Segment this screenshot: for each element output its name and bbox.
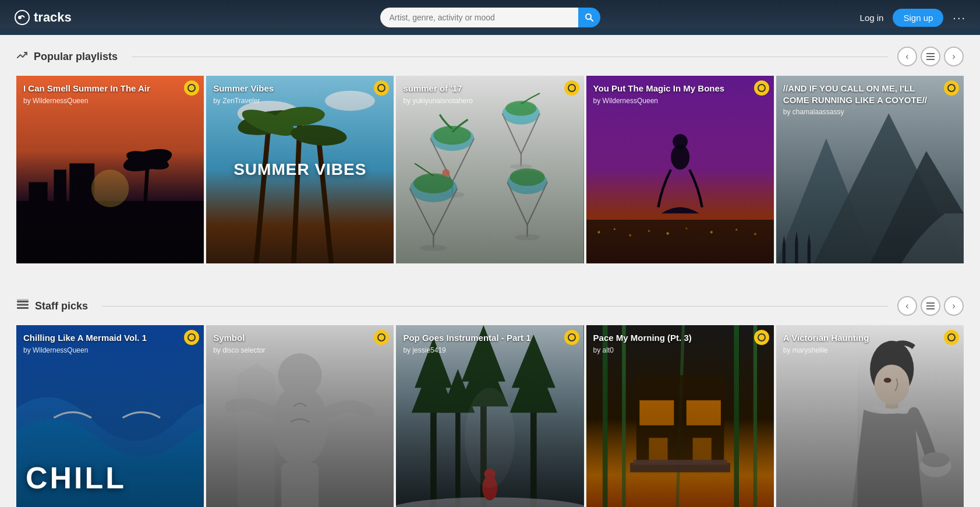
popular-playlists-header: Popular playlists ‹ › <box>16 47 964 66</box>
staff-picks-card-2[interactable]: Symbol by disco selector <box>206 325 394 507</box>
staff-picks-section: Staff picks ‹ › <box>16 296 964 507</box>
popular-card-1-title: I Can Smell Summer In The Air <box>23 83 183 94</box>
popular-card-5-info: //AND IF YOU CALL ON ME, I'LL COME RUNNI… <box>783 83 943 116</box>
staff-picks-divider <box>102 306 888 307</box>
staff-picks-card-1[interactable]: CHILL Chilling Like A Mermaid Vol. 1 by … <box>16 325 204 507</box>
svg-line-3 <box>590 19 593 21</box>
summer-vibes-text: SUMMER VIBES <box>233 160 366 179</box>
popular-card-4-info: You Put The Magic In My Bones by Wildern… <box>593 83 753 105</box>
staff-card-5-author: by maryshellie <box>783 346 943 354</box>
staff-card-5-title: A Victorian Haunting <box>783 332 943 344</box>
staff-card-4-author: by alt0 <box>593 346 753 354</box>
popular-playlists-section: Popular playlists ‹ › <box>16 47 964 263</box>
popular-card-5-title: //AND IF YOU CALL ON ME, I'LL COME RUNNI… <box>783 83 943 105</box>
staff-card-4-info: Pace My Morning (Pt. 3) by alt0 <box>593 332 753 354</box>
staff-card-3-title: Pop Goes Instrumental - Part 1 <box>403 332 562 344</box>
popular-card-4-title: You Put The Magic In My Bones <box>593 83 753 94</box>
popular-playlist-card-2[interactable]: SUMMER VIBES Summer Vibes by ZenTraveler <box>206 76 394 263</box>
chill-text: CHILL <box>26 460 126 495</box>
staff-card-2-author: by disco selector <box>213 346 373 354</box>
popular-card-4-author: by WildernessQueen <box>593 97 753 105</box>
staff-card-3-author: by jessie5419 <box>403 346 562 354</box>
header: tracks Log in Sign up ··· <box>0 0 980 35</box>
staff-card-4-badge <box>754 330 769 345</box>
more-button[interactable]: ··· <box>953 11 966 24</box>
staff-picks-menu-button[interactable] <box>921 296 940 316</box>
staff-card-3-info: Pop Goes Instrumental - Part 1 by jessie… <box>403 332 562 354</box>
search-input[interactable] <box>380 8 578 27</box>
staff-picks-prev-button[interactable]: ‹ <box>897 296 917 316</box>
logo-icon <box>14 9 30 26</box>
popular-card-2-info: Summer Vibes by ZenTraveler <box>213 83 373 105</box>
main-content: Popular playlists ‹ › <box>0 35 980 507</box>
popular-card-1-badge <box>184 80 199 96</box>
popular-playlists-grid: I Can Smell Summer In The Air by Wildern… <box>16 76 964 263</box>
staff-picks-grid: CHILL Chilling Like A Mermaid Vol. 1 by … <box>16 325 964 507</box>
staff-picks-icon <box>16 298 29 314</box>
logo[interactable]: tracks <box>14 9 72 26</box>
popular-card-3-badge <box>564 80 579 96</box>
popular-playlist-card-4[interactable]: You Put The Magic In My Bones by Wildern… <box>586 76 774 263</box>
staff-card-3-badge <box>564 330 579 345</box>
staff-picks-title-row: Staff picks <box>16 298 888 314</box>
popular-card-2-title: Summer Vibes <box>213 83 373 94</box>
svg-rect-66 <box>17 307 29 309</box>
staff-card-4-title: Pace My Morning (Pt. 3) <box>593 332 753 344</box>
staff-card-2-info: Symbol by disco selector <box>213 332 373 354</box>
svg-rect-65 <box>17 304 29 305</box>
staff-picks-card-3[interactable]: Pop Goes Instrumental - Part 1 by jessie… <box>396 325 583 507</box>
logo-text: tracks <box>34 10 72 25</box>
sign-up-button[interactable]: Sign up <box>893 9 943 27</box>
popular-playlists-divider <box>132 57 888 57</box>
staff-card-1-title: Chilling Like A Mermaid Vol. 1 <box>23 332 183 344</box>
search-icon <box>585 13 594 22</box>
staff-card-2-title: Symbol <box>213 332 373 344</box>
staff-picks-next-button[interactable]: › <box>944 296 964 316</box>
staff-card-1-author: by WildernessQueen <box>23 346 183 354</box>
popular-card-3-title: summer of '17 <box>403 83 562 94</box>
popular-card-3-info: summer of '17 by yukiyunaisnotahero <box>403 83 562 105</box>
popular-playlist-card-1[interactable]: I Can Smell Summer In The Air by Wildern… <box>16 76 204 263</box>
svg-rect-67 <box>17 299 29 301</box>
staff-card-1-info: Chilling Like A Mermaid Vol. 1 by Wilder… <box>23 332 183 354</box>
staff-picks-header: Staff picks ‹ › <box>16 296 964 316</box>
popular-playlists-title-row: Popular playlists <box>16 50 888 64</box>
popular-card-3-author: by yukiyunaisnotahero <box>403 97 562 105</box>
popular-prev-button[interactable]: ‹ <box>897 47 917 66</box>
header-right: Log in Sign up ··· <box>860 9 966 27</box>
popular-card-5-badge <box>944 80 959 96</box>
section-spacer <box>16 282 964 296</box>
staff-card-5-info: A Victorian Haunting by maryshellie <box>783 332 943 354</box>
popular-card-2-author: by ZenTraveler <box>213 97 373 105</box>
search-button[interactable] <box>578 8 600 27</box>
staff-picks-card-4[interactable]: Pace My Morning (Pt. 3) by alt0 <box>586 325 774 507</box>
staff-picks-title: Staff picks <box>35 300 88 312</box>
staff-picks-nav: ‹ › <box>897 296 964 316</box>
staff-picks-card-5[interactable]: A Victorian Haunting by maryshellie <box>776 325 964 507</box>
popular-card-4-badge <box>754 80 769 96</box>
popular-playlist-card-3[interactable]: summer of '17 by yukiyunaisnotahero <box>396 76 583 263</box>
popular-card-1-info: I Can Smell Summer In The Air by Wildern… <box>23 83 183 105</box>
popular-playlists-title: Popular playlists <box>34 51 118 63</box>
log-in-button[interactable]: Log in <box>860 13 884 23</box>
svg-rect-64 <box>17 301 29 302</box>
popular-playlist-card-5[interactable]: //AND IF YOU CALL ON ME, I'LL COME RUNNI… <box>776 76 964 263</box>
popular-card-1-author: by WildernessQueen <box>23 97 183 105</box>
popular-card-5-author: by chamalaassassy <box>783 108 943 116</box>
popular-playlists-nav: ‹ › <box>897 47 964 66</box>
svg-point-0 <box>15 10 29 24</box>
popular-menu-button[interactable] <box>921 47 940 66</box>
trending-icon <box>16 50 28 64</box>
search-container <box>380 8 600 27</box>
popular-next-button[interactable]: › <box>944 47 964 66</box>
